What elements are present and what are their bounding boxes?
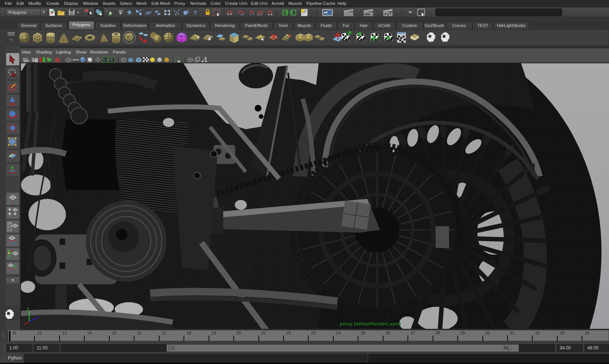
svg-text:persp (defaultRenderLayer): persp (defaultRenderLayer)	[340, 321, 401, 327]
svg-text:IPR: IPR	[365, 13, 370, 16]
svg-text:?: ?	[194, 10, 197, 16]
svg-text:T: T	[110, 58, 113, 62]
svg-text:z: z	[37, 315, 39, 319]
svg-text:y: y	[27, 306, 29, 310]
